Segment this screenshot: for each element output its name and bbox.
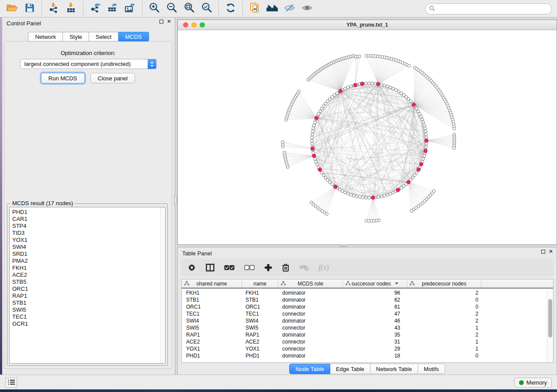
tab-network[interactable]: Network [28,32,63,41]
search-input[interactable] [436,6,551,12]
close-panel-button[interactable]: Close panel [90,73,135,83]
hide-selected-button[interactable] [282,1,298,16]
open-file-button[interactable] [4,1,20,16]
table-panel-title: Table Panel [182,250,212,257]
table-row[interactable]: PHD1 PHD1 dominator 18 0 [182,352,547,359]
mcds-result-item[interactable]: STP4 [12,223,165,230]
mcds-result-item[interactable]: CAR1 [12,216,165,223]
close-panel-icon[interactable]: ✕ [549,250,553,254]
mcds-result-item[interactable]: STB1 [12,299,165,306]
memory-button[interactable]: Memory [514,378,552,388]
mcds-result-item[interactable]: STB5 [12,279,165,285]
mcds-result-item[interactable]: PHD1 [12,209,165,216]
refresh-button[interactable] [223,1,239,16]
tab-node-table[interactable]: Node Table [289,364,330,374]
split-panel-icon[interactable] [206,264,214,272]
vertical-splitter-handle[interactable] [174,196,177,204]
mcds-result-item[interactable]: PMA2 [12,258,165,265]
zoom-fit-button[interactable] [181,1,197,16]
tab-select[interactable]: Select [89,32,118,41]
network-window-title: YPA_prune.txt_1 [346,22,388,28]
window-close-icon[interactable] [183,22,188,28]
zoom-out-button[interactable] [164,1,180,16]
save-button[interactable] [22,1,38,16]
zoom-in-icon [149,2,160,15]
export-table-button[interactable] [105,1,121,16]
table-row[interactable]: ORC1 ORC1 dominator 61 0 [182,303,547,310]
tab-style[interactable]: Style [63,32,89,41]
window-maximize-icon[interactable] [200,22,205,28]
mcds-result-item[interactable]: FKH1 [12,265,165,272]
refresh-icon [225,2,236,15]
column-header-name[interactable]: name [242,279,278,288]
mcds-list-scrollbar[interactable] [160,207,165,363]
mcds-result-item[interactable]: SRD1 [12,251,165,258]
table-scrollbar[interactable] [547,289,553,362]
show-all-button[interactable] [299,1,315,16]
deselect-all-checkboxes-icon[interactable] [244,265,255,270]
scrollbar-thumb[interactable] [548,299,552,337]
window-minimize-icon[interactable] [191,22,197,28]
table-row[interactable]: SWI4 SWI4 dominator 46 2 [182,317,547,324]
sitemap-icon [281,281,286,287]
zoom-selected-button[interactable] [199,1,214,16]
select-all-checkboxes-icon[interactable] [224,265,235,270]
first-neighbors-icon [266,3,279,14]
mcds-result-item[interactable]: RAP1 [12,292,165,299]
tab-network-table[interactable]: Network Table [370,364,418,374]
mcds-result-item[interactable]: ORC1 [12,285,165,292]
import-table-button[interactable] [63,1,79,16]
toolbar-separator [83,2,83,16]
table-row[interactable]: FKH1 FKH1 dominator 96 2 [182,289,547,296]
column-header-predecessor-nodes[interactable]: predecessor nodes [407,279,481,288]
export-image-button[interactable] [122,1,138,16]
table-row[interactable]: RAP1 RAP1 dominator 35 2 [182,331,547,338]
zoom-in-button[interactable] [146,1,162,16]
toolbar-separator [242,2,243,16]
mcds-result-item[interactable]: TEC1 [12,313,165,320]
import-network-button[interactable] [46,1,62,16]
select-stepper-icon [148,59,156,69]
table-row[interactable]: SWI5 SWI5 connector 43 1 [182,324,547,331]
tab-edge-table[interactable]: Edge Table [330,364,370,374]
network-window-titlebar[interactable]: YPA_prune.txt_1 [178,20,557,30]
column-header-mcds-role[interactable]: MCDS role [278,279,343,288]
mcds-result-item[interactable]: YOX1 [12,237,165,244]
control-panel-titlebar: Control Panel ✕ [2,17,175,29]
column-header-shared-name[interactable]: shared name [182,279,242,288]
add-column-icon[interactable] [264,264,272,272]
status-bar: Memory [0,375,557,389]
search-box[interactable] [425,3,552,14]
table-row[interactable]: STB1 STB1 dominator 62 0 [182,296,547,303]
settings-gear-icon[interactable] [187,263,196,272]
mcds-result-item[interactable]: GCR1 [12,320,165,327]
table-row[interactable]: ACE2 ACE2 connector 31 1 [182,338,547,345]
clone-network-button[interactable] [247,1,263,16]
optimization-criterion-select[interactable]: largest connected component (undirected) [20,59,156,69]
mcds-result-item[interactable]: ACE2 [12,272,165,279]
control-panel-tabs: Network Style Select MCDS [2,32,175,41]
table-row[interactable]: YOX1 YOX1 connector 29 1 [182,345,547,352]
function-builder-disabled-icon: f(x) [318,263,329,272]
network-canvas[interactable] [178,30,557,244]
tab-motifs[interactable]: Motifs [418,364,445,374]
mcds-result-item[interactable]: TID3 [12,230,165,237]
mcds-result-item[interactable]: SWI4 [12,244,165,251]
table-row[interactable]: TEC1 TEC1 connector 47 2 [182,310,547,317]
table-panel: Table Panel ✕ f(x) shared name name MCDS… [177,247,557,375]
mcds-result-list[interactable]: PHD1CAR1STP4TID3YOX1SWI4SRD1PMA2FKH1ACE2… [9,207,166,364]
run-mcds-button[interactable]: Run MCDS [41,73,85,83]
first-neighbors-button[interactable] [264,1,280,16]
tab-mcds[interactable]: MCDS [118,32,149,41]
float-panel-icon[interactable] [541,250,545,254]
mcds-tab-content: Optimization criterion: largest connecte… [4,41,172,369]
mcds-result-item[interactable]: SWI5 [12,306,165,313]
close-panel-icon[interactable]: ✕ [167,20,171,24]
delete-column-icon[interactable] [282,263,290,272]
optimization-criterion-value: largest connected component (undirected) [21,61,148,67]
export-network-button[interactable] [87,1,103,16]
float-panel-icon[interactable] [159,20,163,24]
sitemap-icon [184,281,189,287]
column-header-successor-nodes[interactable]: successor nodes [343,279,407,288]
task-history-button[interactable] [5,378,17,388]
